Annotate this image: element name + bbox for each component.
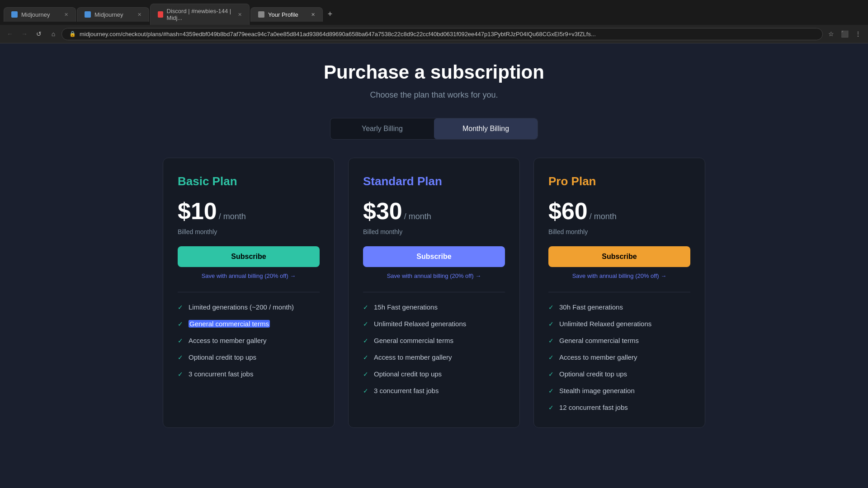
plan-name-basic: Basic Plan <box>178 174 320 188</box>
feature-text: 15h Fast generations <box>374 303 438 311</box>
check-icon: ✓ <box>548 320 554 328</box>
check-icon: ✓ <box>363 354 368 361</box>
address-bar[interactable]: 🔒 midjourney.com/checkout/plans/#hash=43… <box>61 28 823 40</box>
tab-your-profile[interactable]: Your Profile ✕ <box>250 7 323 22</box>
annual-save-link-pro[interactable]: Save with annual billing (20% off) → <box>548 272 690 279</box>
check-icon: ✓ <box>178 337 183 344</box>
feature-item: ✓ Stealth image generation <box>548 387 690 394</box>
price-period-basic: / month <box>219 212 246 221</box>
back-button[interactable]: ← <box>4 28 16 40</box>
feature-text: General commercial terms <box>559 337 639 344</box>
check-icon: ✓ <box>548 404 554 411</box>
tab-midjourney-1[interactable]: Midjourney ✕ <box>4 7 76 22</box>
check-icon: ✓ <box>363 304 368 311</box>
subscribe-button-standard[interactable]: Subscribe <box>363 246 505 267</box>
billed-label-basic: Billed monthly <box>178 228 320 235</box>
feature-item: ✓ Optional credit top ups <box>178 353 320 361</box>
billed-label-standard: Billed monthly <box>363 228 505 235</box>
billed-label-pro: Billed monthly <box>548 228 690 235</box>
feature-item: ✓ General commercial terms <box>178 320 320 328</box>
annual-save-link-basic[interactable]: Save with annual billing (20% off) → <box>178 272 320 279</box>
toolbar-icons: ☆ ⬛ ⋮ <box>825 28 864 40</box>
feature-text: General commercial terms <box>374 337 453 344</box>
tab-label: Midjourney <box>94 11 123 18</box>
home-button[interactable]: ⌂ <box>47 28 60 40</box>
tab-label: Your Profile <box>268 11 298 18</box>
subscribe-button-pro[interactable]: Subscribe <box>548 246 690 267</box>
tab-discord[interactable]: Discord | #newbies-144 | Midj... ✕ <box>150 4 250 25</box>
tab-favicon <box>85 11 91 18</box>
feature-item: ✓ 12 concurrent fast jobs <box>548 404 690 411</box>
feature-text: Optional credit top ups <box>189 353 256 361</box>
price-amount-standard: $30 <box>363 197 402 225</box>
price-period-standard: / month <box>404 212 431 221</box>
check-icon: ✓ <box>548 387 554 394</box>
new-tab-button[interactable]: + <box>324 8 336 21</box>
page-subtitle: Choose the plan that works for you. <box>127 90 741 100</box>
tab-label: Midjourney <box>21 11 50 18</box>
tab-close-icon[interactable]: ✕ <box>64 12 68 18</box>
check-icon: ✓ <box>363 337 368 344</box>
check-icon: ✓ <box>178 304 183 311</box>
plan-name-standard: Standard Plan <box>363 174 505 188</box>
feature-text: Access to member gallery <box>559 353 637 361</box>
check-icon: ✓ <box>363 320 368 328</box>
plans-grid: Basic Plan $10 / month Billed monthly Su… <box>163 158 705 428</box>
annual-save-link-standard[interactable]: Save with annual billing (20% off) → <box>363 272 505 279</box>
plan-card-pro: Pro Plan $60 / month Billed monthly Subs… <box>533 158 705 428</box>
feature-item: ✓ Optional credit top ups <box>363 370 505 378</box>
price-amount-pro: $60 <box>548 197 588 225</box>
feature-text: Access to member gallery <box>374 353 452 361</box>
plan-name-pro: Pro Plan <box>548 174 690 188</box>
feature-text-highlighted: General commercial terms <box>189 320 270 328</box>
tab-bar: Midjourney ✕ Midjourney ✕ Discord | #new… <box>0 0 868 25</box>
feature-text: Optional credit top ups <box>559 370 627 378</box>
tab-midjourney-2[interactable]: Midjourney ✕ <box>77 7 149 22</box>
feature-list-standard: ✓ 15h Fast generations ✓ Unlimited Relax… <box>363 303 505 394</box>
tab-favicon <box>11 11 18 18</box>
feature-item: ✓ Unlimited Relaxed generations <box>548 320 690 328</box>
bookmark-icon[interactable]: ☆ <box>825 28 837 40</box>
feature-text: Access to member gallery <box>189 337 267 344</box>
feature-item: ✓ Limited generations (~200 / month) <box>178 303 320 311</box>
feature-item: ✓ Optional credit top ups <box>548 370 690 378</box>
forward-button[interactable]: → <box>18 28 31 40</box>
feature-item: ✓ Unlimited Relaxed generations <box>363 320 505 328</box>
feature-text: 12 concurrent fast jobs <box>559 404 628 411</box>
extensions-icon[interactable]: ⬛ <box>838 28 851 40</box>
refresh-button[interactable]: ↺ <box>33 28 45 40</box>
browser-chrome: Midjourney ✕ Midjourney ✕ Discord | #new… <box>0 0 868 43</box>
plan-divider-basic <box>178 292 320 292</box>
yearly-billing-option[interactable]: Yearly Billing <box>330 118 434 139</box>
feature-text: Limited generations (~200 / month) <box>189 303 294 311</box>
check-icon: ✓ <box>178 320 183 328</box>
price-period-pro: / month <box>590 212 617 221</box>
feature-item: ✓ 3 concurrent fast jobs <box>363 387 505 394</box>
plan-divider-pro <box>548 292 690 292</box>
tab-close-icon[interactable]: ✕ <box>137 12 142 18</box>
billing-toggle-inner: Yearly Billing Monthly Billing <box>330 118 538 140</box>
subscribe-button-basic[interactable]: Subscribe <box>178 246 320 267</box>
plan-price-basic: $10 / month <box>178 197 320 225</box>
check-icon: ✓ <box>363 387 368 394</box>
plan-card-standard: Standard Plan $30 / month Billed monthly… <box>348 158 520 428</box>
tab-close-icon[interactable]: ✕ <box>238 12 242 18</box>
tab-favicon <box>158 11 163 18</box>
address-text: midjourney.com/checkout/plans/#hash=4359… <box>80 31 815 38</box>
menu-icon[interactable]: ⋮ <box>852 28 864 40</box>
feature-list-basic: ✓ Limited generations (~200 / month) ✓ G… <box>178 303 320 378</box>
check-icon: ✓ <box>548 304 554 311</box>
tab-close-icon[interactable]: ✕ <box>311 12 315 18</box>
lock-icon: 🔒 <box>69 31 76 37</box>
feature-item: ✓ Access to member gallery <box>178 337 320 344</box>
monthly-billing-option[interactable]: Monthly Billing <box>434 118 538 139</box>
check-icon: ✓ <box>178 371 183 378</box>
toolbar: ← → ↺ ⌂ 🔒 midjourney.com/checkout/plans/… <box>0 25 868 43</box>
check-icon: ✓ <box>178 354 183 361</box>
feature-item: ✓ 3 concurrent fast jobs <box>178 370 320 378</box>
tab-favicon <box>258 11 264 18</box>
feature-item: ✓ 15h Fast generations <box>363 303 505 311</box>
check-icon: ✓ <box>548 354 554 361</box>
feature-text: Unlimited Relaxed generations <box>374 320 466 328</box>
feature-item: ✓ Access to member gallery <box>363 353 505 361</box>
